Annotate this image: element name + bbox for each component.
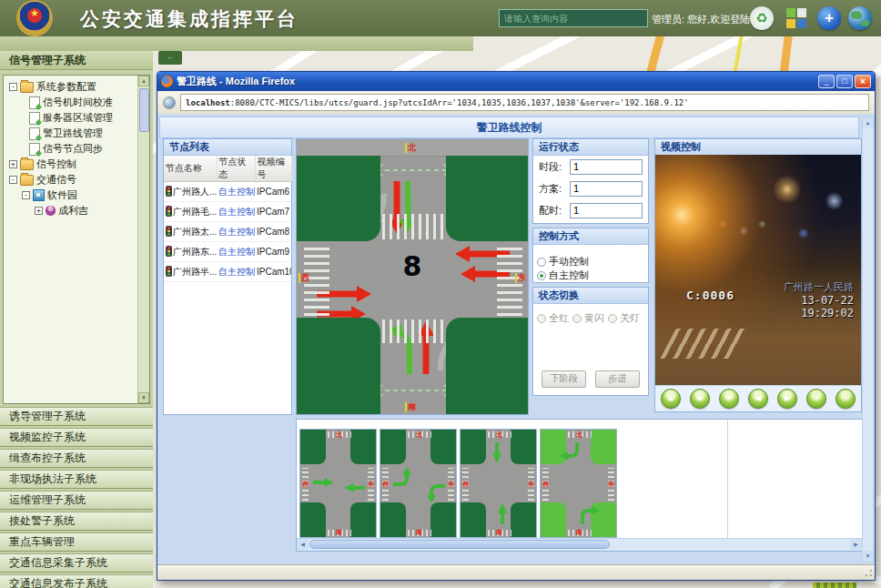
ptz-controls: ▲ ■ ▼ ◀ ▶ + − (655, 385, 861, 411)
video-feed: C:0006 广州路一人民路 13-07-22 19:29:02 (655, 155, 861, 386)
crosswalk-south (382, 319, 444, 343)
tree-item-signal-control[interactable]: + 信号控制 (5, 157, 147, 172)
intersection-corner (446, 156, 529, 241)
manual-control-radio[interactable]: 手动控制 (533, 255, 648, 269)
scroll-right-icon[interactable]: ▶ (850, 539, 862, 550)
sidebar-item-investigation[interactable]: 缉查布控子系统 (0, 449, 153, 468)
phase-thumb-3[interactable]: 北 西 东 南 (460, 429, 537, 538)
scroll-up-icon[interactable]: ▲ (863, 117, 873, 128)
lights-off-label: 关灯 (620, 311, 640, 325)
document-icon (29, 143, 40, 156)
tree-item-system-params[interactable]: - 系统参数配置 (5, 79, 147, 95)
phase-arrows (300, 430, 378, 537)
phase-thumb-2[interactable]: 北 西 东 南 (380, 429, 457, 538)
sidebar-item-offsite-enforcement[interactable]: 非现场执法子系统 (0, 470, 153, 489)
next-phase-button[interactable]: 下阶段 (542, 370, 586, 388)
radio-icon[interactable] (608, 314, 617, 323)
tree-item-node-sync[interactable]: 信号节点同步 (5, 141, 147, 157)
expand-icon[interactable]: + (9, 160, 17, 168)
modules-grid-icon[interactable] (785, 6, 808, 30)
ptz-pan-up-button[interactable]: ▲ (661, 389, 681, 409)
direction-label-north: 北 (408, 144, 416, 152)
yellow-flash-radio[interactable]: 黄闪 (572, 311, 604, 325)
video-control-panel: 视频控制 C:0006 广州路一人民路 13-07-22 19:29:02 ▲ … (654, 138, 862, 412)
collapse-icon[interactable]: - (22, 191, 30, 199)
tree-item-time-calibration[interactable]: 信号机时间校准 (5, 95, 147, 110)
add-icon[interactable]: + (817, 6, 841, 30)
phase-thumb-4-active[interactable]: 北 西 东 南 (540, 429, 617, 538)
expand-icon[interactable]: + (35, 207, 43, 215)
scroll-down-icon[interactable]: ▼ (138, 392, 149, 403)
sidebar-item-key-vehicles[interactable]: 重点车辆管理 (0, 532, 153, 552)
direction-label-west: 西 (301, 274, 309, 282)
sidebar-item-operations[interactable]: 运维管理子系统 (0, 491, 153, 510)
sidebar-item-guidance[interactable]: 诱导管理子系统 (0, 407, 153, 426)
auto-control-radio[interactable]: 自主控制 (533, 269, 648, 282)
tree-scrollbar[interactable]: ▲ ▼ (137, 76, 149, 403)
sidebar-item-video-surveillance[interactable]: 视频监控子系统 (0, 428, 153, 447)
node-row[interactable]: 广州路半... 自主控制IPCam10 (164, 262, 291, 282)
node-row[interactable]: 广州路东... 自主控制IPCam9 (164, 242, 291, 262)
timing-input[interactable] (570, 203, 643, 218)
tree-item-software-park[interactable]: - 软件园 (5, 188, 147, 203)
plan-input[interactable] (570, 181, 643, 197)
page-vertical-scrollbar[interactable]: ▲ ▼ (862, 117, 874, 563)
collapse-icon[interactable]: - (9, 176, 17, 184)
refresh-icon[interactable]: ♻ (750, 6, 774, 30)
globe-icon[interactable] (848, 6, 872, 30)
column-header-video[interactable]: 视频编号 (255, 156, 291, 182)
ptz-zoom-out-button[interactable]: − (835, 389, 856, 409)
minimize-button[interactable]: _ (818, 75, 835, 88)
app-title: 公安交通集成指挥平台 (80, 6, 299, 32)
tree-item-chengliji[interactable]: + 成利吉 (5, 203, 147, 218)
node-row[interactable]: 广州路毛... 自主控制IPCam7 (164, 202, 291, 222)
column-header-status[interactable]: 节点状态 (217, 156, 255, 182)
ptz-zoom-in-button[interactable]: + (806, 389, 826, 409)
thumbs-horizontal-scrollbar[interactable]: ◀ ▶ (297, 538, 862, 551)
sidebar-item-traffic-collection[interactable]: 交通信息采集子系统 (0, 553, 153, 573)
close-button[interactable]: × (855, 75, 871, 88)
thumbs-divider (727, 420, 728, 539)
scroll-down-icon[interactable]: ▼ (863, 551, 873, 562)
tree-item-server-region[interactable]: 服务器区域管理 (5, 110, 147, 126)
screen: .. ★ 公安交通集成指挥平台 管理员: 您好,欢迎登陆使用 ♻ + 信号管理子… (0, 0, 881, 588)
radio-checked-icon[interactable] (537, 271, 546, 280)
run-status-panel: 运行状态 时段: 方案: 配时: (532, 138, 649, 224)
radio-icon[interactable] (537, 258, 546, 267)
scrollbar-thumb[interactable] (139, 88, 149, 132)
phase-thumb-1[interactable]: 北 西 东 南 (299, 429, 377, 538)
ptz-stop-button[interactable]: ■ (690, 389, 710, 409)
radio-icon[interactable] (572, 314, 582, 323)
node-row[interactable]: 广州路太... 自主控制IPCam8 (164, 222, 291, 242)
ptz-pan-down-button[interactable]: ▼ (719, 389, 739, 409)
scroll-left-icon[interactable]: ◀ (297, 539, 309, 550)
period-input[interactable] (570, 159, 643, 175)
tree-item-traffic-signal[interactable]: - 交通信号 (5, 172, 147, 188)
video-crosswalk (660, 329, 745, 359)
column-header-name[interactable]: 节点名称 (164, 156, 217, 182)
radio-icon[interactable] (537, 314, 546, 323)
maximize-button[interactable]: □ (836, 75, 853, 88)
node-row[interactable]: 广州路人... 自主控制IPCam6 (164, 182, 291, 202)
scrollbar-thumb[interactable] (309, 540, 610, 549)
sidebar-item-traffic-release[interactable]: 交通信息发布子系统 (0, 574, 153, 588)
all-red-radio[interactable]: 全红 (535, 311, 569, 325)
url-input[interactable]: localhost:8080/CTC-MICS/libs/utcs/guard.… (180, 94, 869, 111)
sidebar-item-dispatch[interactable]: 接处警子系统 (0, 512, 153, 531)
sidebar-title[interactable]: 信号管理子系统 (0, 51, 153, 70)
scroll-up-icon[interactable]: ▲ (138, 76, 149, 86)
tree-item-guard-route[interactable]: 警卫路线管理 (5, 126, 147, 141)
map-control-box[interactable]: .. (158, 51, 182, 65)
search-input[interactable] (499, 9, 648, 27)
ptz-pan-left-button[interactable]: ◀ (748, 389, 768, 409)
step-button[interactable]: 步进 (595, 370, 640, 388)
police-badge-logo: ★ (18, 2, 51, 35)
phase-arrows (461, 430, 538, 537)
lights-off-radio[interactable]: 关灯 (608, 311, 640, 325)
traffic-light-icon (166, 186, 172, 197)
window-titlebar[interactable]: 警卫路线 - Mozilla Firefox _ □ × (157, 72, 875, 91)
intersection-diagram: 8 北 西 东 南 (296, 138, 529, 415)
collapse-icon[interactable]: - (9, 83, 17, 91)
url-host: localhost (186, 98, 230, 107)
ptz-pan-right-button[interactable]: ▶ (777, 389, 797, 409)
